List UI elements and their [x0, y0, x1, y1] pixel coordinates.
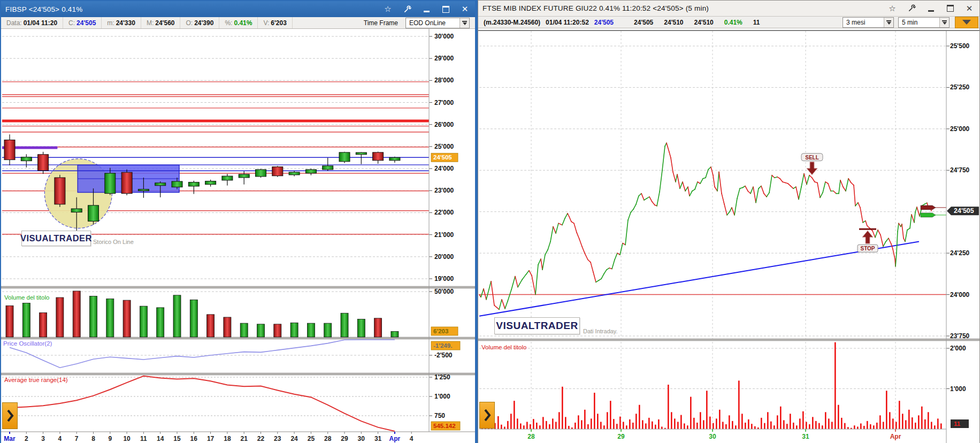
volume-bar[interactable]: [140, 306, 147, 337]
favorite-star-icon[interactable]: ☆: [382, 4, 394, 14]
volume-bar: [777, 415, 778, 429]
candle[interactable]: [38, 155, 49, 171]
candle[interactable]: [188, 182, 199, 186]
candle[interactable]: [339, 152, 350, 162]
field-last: 24'505: [594, 17, 619, 28]
minimize-button[interactable]: [925, 3, 937, 14]
volume-bar[interactable]: [224, 317, 231, 337]
volume-bar[interactable]: [157, 308, 164, 337]
field-last-trade: 24'510: [689, 17, 719, 28]
tools-wrench-icon[interactable]: [401, 4, 413, 14]
x-axis-label: Apr: [890, 433, 901, 440]
ftse-chart-canvas[interactable]: 25'50025'25025'00024'75024'25024'00023'7…: [478, 1, 979, 443]
close-button[interactable]: ✕: [459, 4, 471, 14]
volume-bar[interactable]: [207, 315, 215, 337]
volume-bar: [761, 418, 762, 429]
volume-bar: [674, 418, 676, 429]
volume-bar[interactable]: [106, 299, 114, 337]
candle[interactable]: [121, 172, 132, 194]
candle[interactable]: [323, 166, 333, 170]
volume-bar[interactable]: [22, 303, 30, 337]
volume-bar: [594, 393, 595, 429]
candle[interactable]: [138, 189, 149, 191]
candle[interactable]: [305, 170, 316, 173]
close-button[interactable]: ✕: [963, 3, 975, 14]
volume-bar: [793, 423, 794, 429]
candle[interactable]: [373, 152, 384, 161]
minimize-button[interactable]: [420, 4, 432, 14]
volume-bar[interactable]: [357, 319, 365, 337]
volume-bar: [867, 421, 868, 429]
candle[interactable]: [239, 174, 249, 178]
svg-text:545.142: 545.142: [433, 423, 456, 429]
volume-bar[interactable]: [173, 295, 181, 337]
volume-bar: [828, 418, 830, 429]
candle[interactable]: [356, 152, 366, 155]
volume-bar: [510, 414, 512, 429]
volume-bar[interactable]: [391, 331, 399, 337]
volume-bar[interactable]: [274, 324, 281, 337]
maximize-button[interactable]: [440, 4, 451, 14]
volume-bar[interactable]: [190, 300, 197, 337]
candle[interactable]: [88, 205, 99, 222]
favorite-star-icon[interactable]: ☆: [886, 3, 898, 14]
volume-bar[interactable]: [257, 324, 265, 337]
volume-bar[interactable]: [6, 305, 13, 337]
candle[interactable]: [155, 183, 166, 186]
volume-bar: [565, 417, 566, 429]
candle[interactable]: [389, 157, 400, 161]
volume-bar: [616, 424, 618, 429]
titlebar-fibsp[interactable]: FIBSP <24'505> 0.41% ☆ ✕: [1, 1, 475, 17]
candle[interactable]: [205, 181, 216, 185]
volume-bar[interactable]: [123, 300, 131, 337]
candle[interactable]: [71, 209, 82, 212]
price-flag: [921, 205, 936, 210]
field-datetime: 01/04 11:20:52: [546, 17, 594, 28]
x-axis-label: Mar: [4, 435, 16, 442]
volume-bar[interactable]: [374, 318, 382, 337]
titlebar-ftse[interactable]: FTSE MIB INDEX FUTURE GIU22 0.41% 11:20:…: [478, 1, 979, 17]
candle[interactable]: [222, 176, 233, 180]
volume-bar: [603, 425, 605, 429]
x-axis-label: 24: [290, 435, 298, 442]
volume-bar[interactable]: [290, 323, 298, 337]
tools-wrench-icon[interactable]: [906, 3, 917, 14]
expand-panel-button[interactable]: [955, 17, 978, 28]
dropdown-arrow-icon[interactable]: [460, 18, 469, 28]
panel-expand-button[interactable]: [479, 402, 495, 429]
panel-expand-button[interactable]: [2, 402, 18, 429]
field-range: (m.24330-M.24560): [478, 17, 546, 28]
candle[interactable]: [289, 172, 300, 175]
volume-bar[interactable]: [341, 313, 348, 337]
volume-bar: [706, 391, 708, 429]
volume-bar: [655, 425, 656, 429]
candle[interactable]: [55, 178, 65, 204]
volume-bar: [648, 418, 650, 429]
volume-bar[interactable]: [56, 297, 64, 337]
candle[interactable]: [272, 167, 283, 176]
timeframe-select[interactable]: 5 min: [898, 17, 950, 28]
volume-bar[interactable]: [324, 323, 332, 337]
y-axis-tick: 23'000: [434, 187, 454, 194]
svg-text:STOP: STOP: [860, 246, 875, 251]
volume-bar[interactable]: [240, 323, 248, 337]
volume-bar[interactable]: [307, 323, 315, 337]
timeframe-select[interactable]: EOD OnLine: [405, 18, 470, 28]
candle[interactable]: [105, 173, 116, 194]
fibsp-chart-canvas[interactable]: 30'00029'00028'00027'00026'00025'00024'0…: [1, 1, 475, 443]
y-axis-tick: 25'250: [950, 83, 970, 91]
candle[interactable]: [4, 140, 15, 160]
candle[interactable]: [172, 181, 182, 187]
period-select[interactable]: 3 mesi: [843, 17, 894, 28]
candle[interactable]: [21, 157, 32, 161]
field-volume: V: 6'203: [258, 17, 292, 28]
maximize-button[interactable]: [944, 3, 956, 14]
volume-bar[interactable]: [40, 312, 47, 337]
dropdown-arrow-icon[interactable]: [884, 18, 893, 27]
y-axis-tick: 24'750: [950, 166, 970, 174]
candle[interactable]: [256, 170, 266, 177]
volume-bar[interactable]: [73, 291, 80, 337]
dropdown-arrow-icon[interactable]: [939, 18, 949, 27]
volume-bar[interactable]: [90, 296, 97, 338]
volume-bar: [632, 423, 634, 429]
